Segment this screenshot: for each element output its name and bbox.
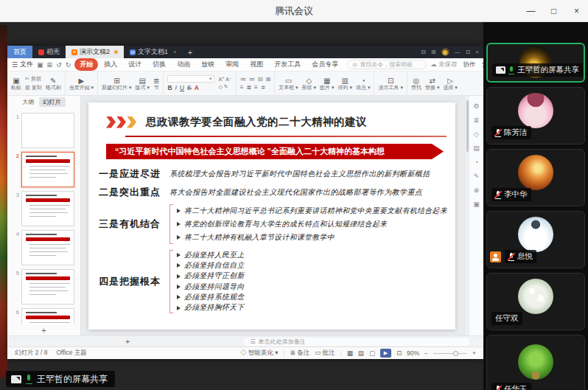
format-painter-button[interactable]: ✎格式刷 xyxy=(46,77,61,91)
settings-icon[interactable]: ⚙ xyxy=(473,102,479,110)
fill-button[interactable]: ◔填充 ▾ xyxy=(356,77,370,91)
shape-button[interactable]: ◇形状 ▾ xyxy=(302,77,316,91)
file-menu-button[interactable]: ☰文件 xyxy=(12,60,33,69)
underline-button[interactable]: U xyxy=(180,84,184,91)
copy-button[interactable]: ▥复制 xyxy=(25,84,42,91)
clear-format-button[interactable]: ◇ ✎ xyxy=(218,84,231,90)
search-box[interactable]: ◎查找命令，搜索模板 xyxy=(347,60,427,69)
layout-button[interactable]: ▤版式 ▾ xyxy=(136,77,150,91)
menu-item-3[interactable]: 切换 xyxy=(147,58,171,71)
menu-item-8[interactable]: 开发工具 xyxy=(269,58,306,71)
read-view-icon[interactable]: ▢ xyxy=(369,349,375,357)
redo-icon[interactable]: ↻ xyxy=(66,61,71,69)
paste-button[interactable]: ▣粘贴 xyxy=(11,77,21,91)
normal-view-icon[interactable]: ▦ xyxy=(347,349,353,357)
line-spacing-icon[interactable]: ≑ xyxy=(261,84,266,91)
layout-icon[interactable]: ⊟ xyxy=(421,49,426,55)
tab-docer[interactable]: 稻壳 xyxy=(32,46,66,58)
thumbnail-preview[interactable] xyxy=(21,113,74,148)
participant-tile-3[interactable]: 息悦 xyxy=(486,211,585,268)
shared-screen-region[interactable]: 首页 稻壳 P演示文稿2 W文字文档1× + ⊟ ⊞ — ⊡ × xyxy=(0,22,483,376)
print-icon[interactable]: ⊞ xyxy=(47,61,53,69)
picture-button[interactable]: ▦图片 ▾ xyxy=(320,77,334,91)
scrollbar-thumb[interactable] xyxy=(466,100,469,152)
indent-icon[interactable]: ⊟ xyxy=(258,76,263,83)
close-button[interactable]: × xyxy=(565,0,588,22)
font-name-select[interactable]: ▾ xyxy=(167,75,214,83)
section-button[interactable]: ≣节 xyxy=(153,77,159,91)
menu-item-1[interactable]: 插入 xyxy=(99,58,122,71)
tab-home[interactable]: 首页 xyxy=(7,46,32,58)
zoom-slider[interactable] xyxy=(433,353,467,354)
zoom-out-button[interactable]: − xyxy=(424,349,428,357)
menu-item-0[interactable]: 开始 xyxy=(74,58,98,71)
thumbnail-preview[interactable] xyxy=(21,269,74,304)
menu-item-9[interactable]: 会员专享 xyxy=(307,58,343,71)
save-icon[interactable]: ▣ xyxy=(37,61,43,69)
notes-add-button[interactable]: + xyxy=(125,337,130,346)
thumbnail-preview[interactable] xyxy=(21,152,74,187)
plugin-icon[interactable]: ⊕ xyxy=(474,187,480,194)
slideshow-button[interactable]: ▶ xyxy=(380,349,391,358)
align-right-icon[interactable]: ≡ xyxy=(254,84,258,91)
slide-thumbnail[interactable]: 2 xyxy=(13,152,76,187)
align-center-icon[interactable]: ≣ xyxy=(246,84,251,91)
align-left-icon[interactable]: ≡ xyxy=(240,84,244,91)
animation-pane-icon[interactable]: ◇ xyxy=(474,130,479,138)
slide-canvas[interactable]: 思政课教学要全面融入党的二十大精神的建议 “习近平新时代中国特色社会主义思想概论… xyxy=(88,102,455,330)
menu-item-5[interactable]: 放映 xyxy=(196,58,220,71)
menu-item-2[interactable]: 设计 xyxy=(123,58,147,71)
undo-icon[interactable]: ↺ xyxy=(56,61,62,69)
text-box-button[interactable]: ▭文本框 ▾ xyxy=(279,77,298,91)
select-button[interactable]: ▷选择 ▾ xyxy=(443,77,457,91)
participant-tile-2[interactable]: 李中华 xyxy=(486,149,585,206)
thumbnail-preview[interactable] xyxy=(21,230,74,265)
bold-button[interactable]: B xyxy=(167,84,172,91)
outdent-icon[interactable]: ⊞ xyxy=(265,76,270,83)
menu-item-4[interactable]: 动画 xyxy=(172,58,195,71)
grid-icon[interactable]: ⊞ xyxy=(431,49,436,55)
wps-minimize-icon[interactable]: — xyxy=(455,49,461,55)
edit-pane-icon[interactable]: ✎ xyxy=(474,173,480,180)
wps-restore-icon[interactable]: ⊡ xyxy=(466,49,471,55)
thumbnail-preview[interactable] xyxy=(21,191,74,226)
participant-tile-0[interactable]: 王罕哲的屏幕共享 xyxy=(486,43,585,83)
font-grow-button[interactable]: A⁺ A⁻ xyxy=(218,77,231,83)
wps-close-icon[interactable]: × xyxy=(475,49,479,55)
account-avatar[interactable] xyxy=(441,48,449,56)
zoom-knob[interactable] xyxy=(453,351,458,356)
beautify-button[interactable]: ◇ 智能美化 ▾ xyxy=(240,349,279,358)
zoom-in-button[interactable]: + xyxy=(472,349,476,357)
strike-button[interactable]: S xyxy=(187,84,192,91)
collab-button[interactable]: 协作 xyxy=(463,60,476,69)
menu-item-6[interactable]: 审阅 xyxy=(220,58,244,71)
design-pane-icon[interactable]: ▤ xyxy=(473,144,480,152)
fit-window-icon[interactable]: ⊡ xyxy=(396,349,402,357)
slide-thumbnail[interactable]: 6 xyxy=(13,308,76,324)
slide-thumbnail[interactable]: 4 xyxy=(13,230,76,265)
slide-thumbnail[interactable]: 3 xyxy=(13,191,76,226)
minimize-button[interactable]: — xyxy=(519,0,542,22)
new-slide-button[interactable]: ⊞新建幻灯片 ▾ xyxy=(102,77,131,91)
tab-close-icon[interactable]: × xyxy=(173,49,177,55)
participant-tile-5[interactable]: 任华玉 xyxy=(486,335,585,390)
menu-item-7[interactable]: 视图 xyxy=(245,58,268,71)
arrange-button[interactable]: ▥排列 ▾ xyxy=(338,77,352,91)
replace-button[interactable]: ⇄替换 ▾ xyxy=(425,77,439,91)
note-button[interactable]: ≣ 备注 xyxy=(290,349,309,358)
bullet-list-icon[interactable]: ≔ xyxy=(240,76,246,83)
tab-document[interactable]: W文字文档1× xyxy=(124,46,183,58)
comment-button[interactable]: ▭ 批注 xyxy=(315,349,335,358)
vertical-scrollbar[interactable] xyxy=(466,96,469,335)
number-list-icon[interactable]: ≕ xyxy=(249,76,255,83)
tab-outline[interactable]: 大纲 xyxy=(23,98,35,106)
cut-button[interactable]: ✂剪切 xyxy=(25,75,42,83)
sorter-view-icon[interactable]: ▤ xyxy=(358,349,364,357)
history-icon[interactable]: ◔ xyxy=(475,159,478,166)
maximize-button[interactable]: □ xyxy=(542,0,565,22)
outline-pane-icon[interactable]: ≣ xyxy=(474,116,480,124)
slide-thumbnail[interactable]: 1 xyxy=(13,113,76,148)
slide-thumbnail[interactable]: 5 xyxy=(13,269,76,304)
participant-tile-4[interactable]: 任守双 xyxy=(486,273,585,330)
participant-tile-1[interactable]: 陈芳洁 xyxy=(486,87,585,144)
